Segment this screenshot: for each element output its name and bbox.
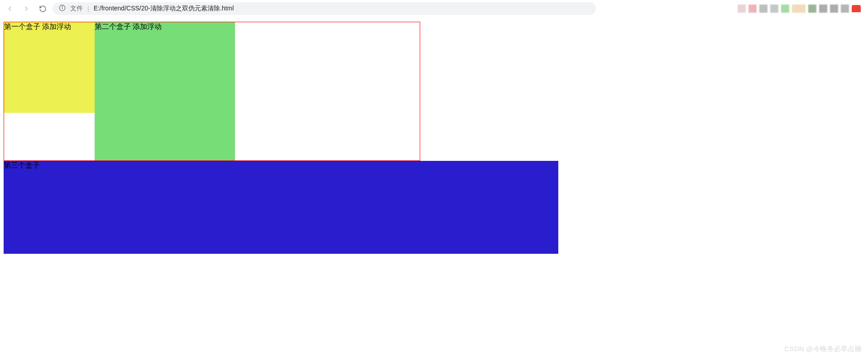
box-1-text: 第一个盒子 添加浮动 <box>4 23 71 30</box>
forward-button[interactable] <box>20 2 33 15</box>
box-2: 第二个盒子 添加浮动 <box>95 22 235 160</box>
extension-icon[interactable] <box>738 5 746 13</box>
url-scheme-label: 文件 <box>70 5 83 13</box>
url-divider: | <box>87 5 89 12</box>
extension-icon[interactable] <box>808 5 816 13</box>
extension-icon[interactable] <box>819 5 827 13</box>
browser-toolbar: 文件 | E:/frontend/CSS/20-清除浮动之双伪元素清除.html <box>0 0 868 17</box>
svg-point-2 <box>62 6 62 7</box>
profile-avatar-icon[interactable] <box>852 5 861 12</box>
page-content: 第一个盒子 添加浮动 第二个盒子 添加浮动 第三个盒子 <box>0 17 868 254</box>
extension-icon[interactable] <box>770 5 778 13</box>
extension-icon[interactable] <box>759 5 767 13</box>
address-bar[interactable]: 文件 | E:/frontend/CSS/20-清除浮动之双伪元素清除.html <box>53 2 596 15</box>
extension-icon[interactable] <box>781 5 789 13</box>
box-3: 第三个盒子 <box>4 161 558 254</box>
box-3-text: 第三个盒子 <box>4 161 40 169</box>
watermark: CSDN @今晚务必早点睡 <box>784 345 862 353</box>
container-clearfix: 第一个盒子 添加浮动 第二个盒子 添加浮动 <box>4 22 420 161</box>
box-2-text: 第二个盒子 添加浮动 <box>95 23 162 30</box>
extension-icon[interactable] <box>841 5 849 13</box>
url-text: E:/frontend/CSS/20-清除浮动之双伪元素清除.html <box>94 5 234 13</box>
box-1: 第一个盒子 添加浮动 <box>4 22 95 113</box>
extension-icon[interactable] <box>748 5 757 13</box>
extension-icons <box>738 5 861 13</box>
extension-icon[interactable] <box>830 5 838 13</box>
back-button[interactable] <box>4 2 16 15</box>
info-icon <box>59 5 66 13</box>
reload-button[interactable] <box>36 2 49 15</box>
extension-icon[interactable] <box>792 5 806 13</box>
